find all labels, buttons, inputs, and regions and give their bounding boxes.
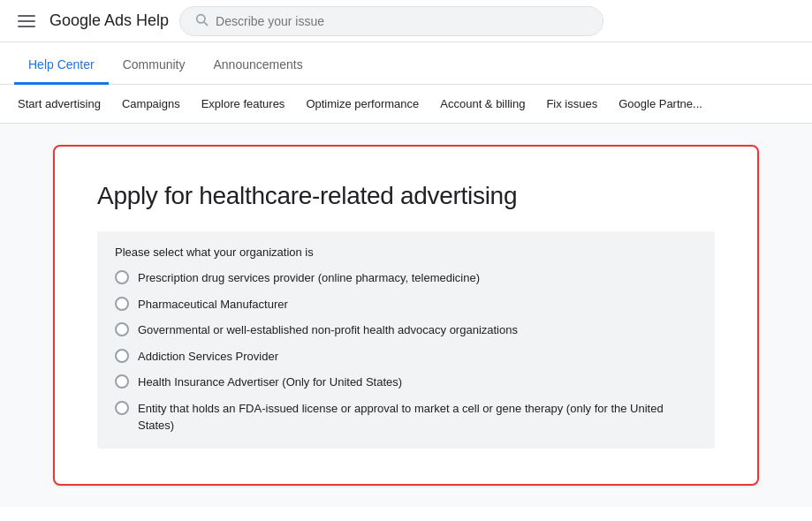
- tab-help-center[interactable]: Help Center: [14, 47, 109, 85]
- secondary-nav-account-billing[interactable]: Account & billing: [429, 88, 535, 119]
- radio-option-0[interactable]: Prescription drug services provider (onl…: [115, 269, 697, 287]
- radio-label-0: Prescription drug services provider (onl…: [138, 269, 480, 287]
- radio-circle-4[interactable]: [115, 374, 129, 389]
- radio-label-2: Governmental or well-established non-pro…: [138, 321, 518, 339]
- secondary-nav-google-partner[interactable]: Google Partne...: [608, 88, 713, 119]
- search-input[interactable]: [216, 14, 588, 28]
- main-content: Apply for healthcare-related advertising…: [0, 124, 812, 507]
- secondary-nav: Start advertising Campaigns Explore feat…: [0, 85, 812, 124]
- nav-tabs: Help Center Community Announcements: [0, 42, 812, 85]
- hamburger-icon[interactable]: [14, 11, 39, 31]
- radio-circle-3[interactable]: [115, 349, 129, 363]
- radio-label-3: Addiction Services Provider: [138, 348, 278, 366]
- secondary-nav-optimize-performance[interactable]: Optimize performance: [295, 88, 429, 119]
- radio-option-3[interactable]: Addiction Services Provider: [115, 348, 697, 366]
- search-icon: [194, 12, 209, 30]
- form-section: Please select what your organization is …: [97, 231, 715, 449]
- radio-circle-2[interactable]: [115, 322, 129, 336]
- radio-circle-5[interactable]: [115, 401, 129, 415]
- form-label: Please select what your organization is: [115, 245, 697, 259]
- card-title: Apply for healthcare-related advertising: [97, 182, 715, 210]
- radio-option-4[interactable]: Health Insurance Advertiser (Only for Un…: [115, 374, 697, 391]
- secondary-nav-explore-features[interactable]: Explore features: [191, 88, 296, 119]
- radio-option-2[interactable]: Governmental or well-established non-pro…: [115, 321, 697, 339]
- tab-community[interactable]: Community: [109, 47, 200, 85]
- card: Apply for healthcare-related advertising…: [53, 145, 759, 486]
- secondary-nav-campaigns[interactable]: Campaigns: [111, 88, 191, 119]
- radio-option-1[interactable]: Pharmaceutical Manufacturer: [115, 296, 697, 313]
- secondary-nav-fix-issues[interactable]: Fix issues: [535, 88, 608, 119]
- radio-label-5: Entity that holds an FDA-issued license …: [138, 400, 697, 434]
- radio-option-5[interactable]: Entity that holds an FDA-issued license …: [115, 400, 697, 434]
- radio-label-1: Pharmaceutical Manufacturer: [138, 296, 288, 313]
- radio-label-4: Health Insurance Advertiser (Only for Un…: [138, 374, 402, 391]
- secondary-nav-start-advertising[interactable]: Start advertising: [7, 88, 111, 119]
- radio-circle-1[interactable]: [115, 297, 129, 311]
- svg-line-1: [204, 22, 208, 26]
- radio-circle-0[interactable]: [115, 270, 129, 284]
- search-bar[interactable]: [179, 6, 603, 36]
- tab-announcements[interactable]: Announcements: [200, 47, 317, 85]
- header: Google Ads Help: [0, 0, 812, 42]
- logo-title: Google Ads Help: [49, 11, 169, 30]
